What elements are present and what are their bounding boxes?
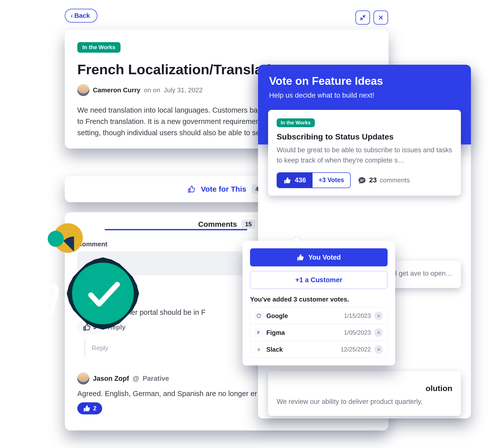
- customer-vote-date: 1/05/2023: [344, 329, 371, 336]
- at-symbol: @: [133, 375, 139, 383]
- remove-customer-button[interactable]: ✕: [374, 312, 383, 320]
- idea-comments-link[interactable]: 23 comments: [358, 176, 410, 185]
- svg-rect-6: [257, 349, 259, 350]
- feature-ideas-title: Vote on Feature Ideas: [269, 75, 460, 87]
- feature-ideas-panel: Vote on Feature Ideas Help us decide wha…: [258, 65, 471, 144]
- vote-popover: You Voted +1 a Customer You've added 3 c…: [242, 241, 395, 365]
- company-logo-icon: [255, 312, 263, 320]
- back-button[interactable]: ‹ Back: [65, 9, 97, 23]
- idea-card-title: Subscribing to Status Updates: [277, 132, 452, 141]
- customer-vote-row: Figma 1/05/2023 ✕: [250, 324, 387, 341]
- svg-point-2: [259, 331, 260, 332]
- vote-count-button[interactable]: 436: [277, 173, 313, 188]
- thumbs-up-illustration-icon: [5, 264, 62, 322]
- svg-point-3: [257, 332, 259, 333]
- idea-card[interactable]: In the Works Subscribing to Status Updat…: [268, 110, 461, 196]
- customer-vote-date: 12/25/2022: [341, 346, 371, 353]
- close-icon: [378, 15, 384, 20]
- vote-count: 436: [295, 176, 306, 184]
- remove-customer-button[interactable]: ✕: [374, 345, 383, 354]
- comments-tab-count: 15: [241, 220, 255, 229]
- tab-underline: [105, 229, 247, 230]
- svg-point-4: [259, 332, 260, 333]
- thumb-up-icon: [297, 254, 304, 261]
- customer-name: Google: [266, 312, 288, 320]
- thumb-up-icon: [188, 185, 195, 193]
- svg-point-1: [257, 331, 259, 332]
- speech-bubble-icon: [358, 176, 366, 185]
- svg-rect-7: [259, 349, 261, 350]
- add-customer-button[interactable]: +1 a Customer: [250, 271, 388, 289]
- commenter-org: Parative: [143, 375, 169, 383]
- vote-bar-label: Vote for This: [201, 185, 246, 193]
- svg-point-11: [72, 263, 134, 324]
- like-count: 2: [93, 405, 96, 412]
- status-badge: In the Works: [77, 42, 120, 53]
- company-logo-icon: [255, 345, 263, 353]
- commenter-name: Jason Zopf: [93, 375, 129, 383]
- svg-rect-9: [259, 350, 259, 351]
- svg-rect-8: [259, 348, 259, 349]
- author-date-prefix: on on: [144, 86, 160, 94]
- avatar: [77, 84, 89, 96]
- thumb-up-icon: [83, 405, 91, 412]
- you-voted-button[interactable]: You Voted: [250, 248, 388, 266]
- popover-note: You've added 3 customer votes.: [250, 295, 388, 303]
- svg-point-5: [257, 333, 259, 334]
- customer-vote-row: Google 1/15/2023 ✕: [250, 308, 387, 324]
- customer-name: Figma: [266, 329, 285, 336]
- decorative-dot-icon: [48, 231, 64, 247]
- avatar: [77, 372, 89, 385]
- customer-vote-date: 1/15/2023: [344, 312, 371, 319]
- company-logo-icon: [255, 329, 263, 337]
- idea-card-body: We review our ability to deliver product…: [277, 397, 452, 407]
- customer-vote-row: Slack 12/25/2022 ✕: [250, 341, 387, 358]
- plus-votes-button[interactable]: +3 Votes: [313, 173, 350, 188]
- idea-comments-word: comments: [380, 176, 410, 184]
- close-panel-button[interactable]: [374, 11, 388, 25]
- back-label: Back: [74, 12, 90, 20]
- like-button[interactable]: 2: [77, 402, 102, 414]
- status-badge: In the Works: [277, 118, 315, 127]
- verified-seal-icon: [65, 256, 141, 331]
- customer-name: Slack: [266, 346, 283, 353]
- remove-customer-button[interactable]: ✕: [374, 328, 383, 337]
- thumb-up-icon: [284, 177, 291, 184]
- chevron-left-icon: ‹: [71, 12, 73, 19]
- you-voted-label: You Voted: [308, 254, 341, 261]
- idea-card-body: Would be great to be able to subscribe t…: [277, 145, 452, 165]
- vote-combo[interactable]: 436 +3 Votes: [277, 172, 351, 188]
- comments-tab-label: Comments: [198, 220, 237, 229]
- idea-comments-count: 23: [369, 176, 377, 184]
- feature-ideas-subtitle: Help us decide what to build next!: [269, 91, 460, 99]
- author-date: July 31, 2022: [164, 86, 203, 94]
- author-name: Cameron Curry: [93, 86, 140, 94]
- idea-card-title: olution: [277, 384, 452, 393]
- customer-vote-list: Google 1/15/2023 ✕ Figma 1/05/2023 ✕ Sla…: [250, 307, 388, 358]
- collapse-button[interactable]: [355, 11, 370, 25]
- shrink-icon: [359, 14, 366, 21]
- idea-card[interactable]: olution We review our ability to deliver…: [268, 371, 461, 416]
